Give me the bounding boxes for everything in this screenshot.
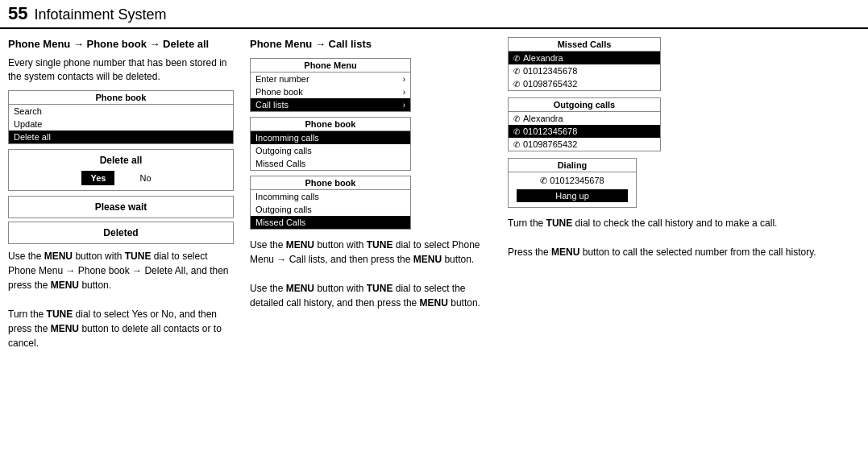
missed-calls-title: Missed Calls <box>509 38 660 52</box>
phonebook-box: Phone book Search Update Delete all <box>8 90 234 144</box>
dialing-title: Dialing <box>509 159 636 172</box>
phonebook-incoming-box: Phone book Incomming calls Outgoing call… <box>250 117 411 171</box>
outgoing-icon-2: ✆ <box>513 127 520 136</box>
missed-call-icon-3: ✆ <box>513 80 520 89</box>
missed-calls-row-num1: ✆ 01012345678 <box>509 64 660 77</box>
col3-body-p2: Press the MENU button to call the select… <box>508 245 860 259</box>
col3-body-p1: Turn the TUNE dial to check the call his… <box>508 216 860 230</box>
incoming-row-outgoing: Outgoing calls <box>251 144 410 157</box>
missed-calls-row-num2: ✆ 01098765432 <box>509 77 660 90</box>
incoming-row-incoming[interactable]: Incomming calls <box>251 131 410 144</box>
column-3: Missed Calls ✆ Alexandra ✆ 01012345678 ✆… <box>508 37 860 454</box>
outgoing-row-num1[interactable]: ✆ 01012345678 <box>509 125 660 138</box>
phonebook-row-update: Update <box>9 118 233 130</box>
col2-heading: Phone Menu → Call lists <box>250 37 492 52</box>
no-label: No <box>131 171 160 185</box>
phonebook-incoming-title: Phone book <box>251 118 410 131</box>
col1-description: Every single phone number that has been … <box>8 56 234 84</box>
phonebook-row-search-label: Search <box>14 106 42 116</box>
hangup-button[interactable]: Hang up <box>517 189 628 202</box>
missed-calls-row-alexandra[interactable]: ✆ Alexandra <box>509 52 660 64</box>
col1-body-p1: Use the MENU button with TUNE dial to se… <box>8 249 234 292</box>
missed-call-icon-2: ✆ <box>513 67 520 76</box>
outgoing-label-3: 01098765432 <box>523 139 577 149</box>
wait-label: Please wait <box>95 201 147 213</box>
phonebook-missed-title: Phone book <box>251 176 410 190</box>
phone-menu-row-phonebook: Phone book <box>251 85 410 98</box>
phonebook-row-deleteall[interactable]: Delete all <box>9 130 233 143</box>
col1-body-p2: Turn the TUNE dial to select Yes or No, … <box>8 307 234 350</box>
page-number: 55 <box>8 3 27 24</box>
outgoing-calls-title: Outgoing calls <box>509 98 660 112</box>
missed-calls-label-3: 01098765432 <box>523 79 577 89</box>
missed-call-icon-1: ✆ <box>513 54 520 63</box>
phone-menu-box: Phone Menu Enter number Phone book Call … <box>250 58 411 112</box>
page-title: Infotainment System <box>34 6 166 23</box>
missed-row-outgoing: Outgoing calls <box>251 203 410 216</box>
outgoing-label-1: Alexandra <box>523 114 563 123</box>
col2-body-text: Use the MENU button with TUNE dial to se… <box>250 238 492 310</box>
missed-row-missed[interactable]: Missed Calls <box>251 216 410 229</box>
confirm-title: Delete all <box>12 155 230 166</box>
outgoing-row-alexandra: ✆ Alexandra <box>509 112 660 125</box>
missed-calls-label-2: 01012345678 <box>523 66 577 76</box>
phonebook-row-update-label: Update <box>14 119 42 129</box>
outgoing-calls-box: Outgoing calls ✆ Alexandra ✆ 01012345678… <box>508 97 661 151</box>
col2-body-p1: Use the MENU button with TUNE dial to se… <box>250 238 492 267</box>
phone-menu-row-enter: Enter number <box>251 72 410 85</box>
incoming-row-missed: Missed Calls <box>251 157 410 170</box>
outgoing-icon-3: ✆ <box>513 140 520 149</box>
col3-body-text: Turn the TUNE dial to check the call his… <box>508 216 860 259</box>
col1-body-text: Use the MENU button with TUNE dial to se… <box>8 249 234 350</box>
wait-box: Please wait <box>8 196 234 218</box>
outgoing-row-num2: ✆ 01098765432 <box>509 138 660 151</box>
column-1: Phone Menu → Phone book → Delete all Eve… <box>8 37 234 454</box>
column-2: Phone Menu → Call lists Phone Menu Enter… <box>250 37 492 454</box>
phonebook-missed-box: Phone book Incomming calls Outgoing call… <box>250 176 411 230</box>
outgoing-icon-1: ✆ <box>513 114 520 123</box>
outgoing-label-2: 01012345678 <box>523 126 577 136</box>
missed-row-incoming: Incomming calls <box>251 190 410 203</box>
missed-calls-label-1: Alexandra <box>523 53 563 63</box>
phone-menu-row-calllists[interactable]: Call lists <box>251 98 410 111</box>
deleted-box: Deleted <box>8 222 234 244</box>
phonebook-title: Phone book <box>9 91 233 105</box>
dialing-number: ✆ 01012345678 <box>509 172 636 189</box>
yes-button[interactable]: Yes <box>81 171 114 185</box>
phonebook-row-search: Search <box>9 105 233 118</box>
missed-calls-box: Missed Calls ✆ Alexandra ✆ 01012345678 ✆… <box>508 37 661 91</box>
page-header: 55 Infotainment System <box>0 0 868 29</box>
col2-body-p2: Use the MENU button with TUNE dial to se… <box>250 281 492 310</box>
col1-heading: Phone Menu → Phone book → Delete all <box>8 37 234 52</box>
phone-menu-title: Phone Menu <box>251 59 410 72</box>
dialing-box: Dialing ✆ 01012345678 Hang up <box>508 158 637 208</box>
confirm-box: Delete all Yes No <box>8 149 234 191</box>
deleted-label: Deleted <box>103 227 138 238</box>
phonebook-row-deleteall-label: Delete all <box>14 132 51 142</box>
